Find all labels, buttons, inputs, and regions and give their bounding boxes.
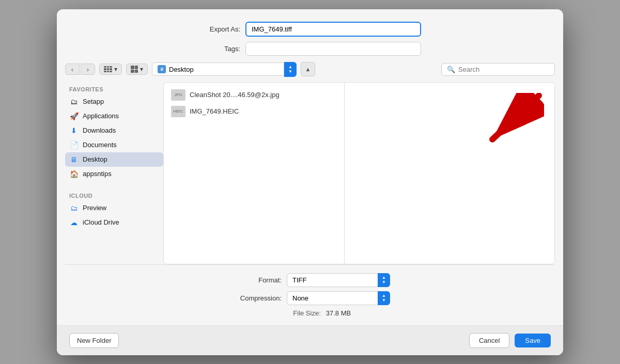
compression-label: Compression: bbox=[230, 294, 282, 302]
export-row: Export As: bbox=[69, 22, 551, 37]
bottom-options: Format: TIFF JPEG PNG PDF ▲ ▼ Compressio… bbox=[57, 265, 563, 325]
sidebar-item-desktop[interactable]: 🖥 Desktop bbox=[65, 152, 163, 167]
grid-view-icon bbox=[131, 66, 138, 73]
search-box: 🔍 bbox=[441, 63, 555, 76]
column-view-icon bbox=[104, 66, 112, 72]
file-pane: JPG CleanShot 20....46.59@2x.jpg HEIC IM… bbox=[164, 83, 345, 264]
sidebar-item-preview[interactable]: 🗂 Preview bbox=[65, 201, 163, 215]
filesize-row: File Size: 37.8 MB bbox=[269, 309, 351, 317]
red-arrow-indicator bbox=[482, 93, 544, 145]
forward-button[interactable]: › bbox=[81, 64, 95, 75]
tags-input[interactable] bbox=[245, 42, 421, 56]
cancel-button[interactable]: Cancel bbox=[469, 333, 509, 348]
icloud-label: iCloud bbox=[65, 188, 163, 201]
sidebar-item-documents[interactable]: 📄 Documents bbox=[65, 138, 163, 152]
file-name-cleanshot: CleanShot 20....46.59@2x.jpg bbox=[190, 91, 280, 99]
file-thumb-heic: HEIC bbox=[171, 106, 185, 117]
chevron-up-icon: ▲ bbox=[288, 65, 292, 69]
location-dropdown[interactable]: 🖥 Desktop bbox=[152, 62, 284, 76]
sidebar: Favorites 🗂 Setapp 🚀 Applications ⬇ Down… bbox=[65, 82, 163, 264]
filesize-value: 37.8 MB bbox=[326, 309, 351, 317]
collapse-button[interactable]: ▲ bbox=[301, 62, 315, 76]
location-label: Desktop bbox=[169, 66, 194, 73]
search-input[interactable] bbox=[458, 66, 549, 73]
toolbar: ‹ › ▾ ▾ 🖥 Desktop ▲ ▼ bbox=[57, 56, 563, 77]
sidebar-item-icloud-drive[interactable]: ☁ iCloud Drive bbox=[65, 215, 163, 230]
nav-buttons: ‹ › bbox=[65, 64, 95, 75]
preview-icon: 🗂 bbox=[69, 203, 79, 213]
compression-select-wrapper: None LZW PackBits ▲ ▼ bbox=[287, 291, 390, 305]
sidebar-item-label-setapp: Setapp bbox=[83, 98, 104, 105]
compression-select[interactable]: None LZW PackBits bbox=[287, 291, 390, 305]
sidebar-item-label-preview: Preview bbox=[83, 204, 106, 212]
sidebar-item-appsntips[interactable]: 🏠 appsntips bbox=[65, 167, 163, 181]
svg-line-1 bbox=[492, 96, 539, 139]
dialog-header: Export As: Tags: bbox=[57, 9, 563, 56]
chevron-down-icon-3: ▼ bbox=[288, 70, 292, 74]
sidebar-item-label-applications: Applications bbox=[83, 112, 119, 120]
format-select-wrapper: TIFF JPEG PNG PDF ▲ ▼ bbox=[287, 273, 390, 287]
chevron-down-icon-2: ▾ bbox=[140, 66, 143, 73]
applications-icon: 🚀 bbox=[69, 112, 79, 121]
downloads-icon: ⬇ bbox=[69, 126, 79, 135]
appsntips-icon: 🏠 bbox=[69, 169, 79, 179]
file-item-img7649[interactable]: HEIC IMG_7649.HEIC bbox=[164, 103, 344, 120]
tags-label: Tags: bbox=[199, 45, 240, 53]
filesize-label: File Size: bbox=[269, 309, 321, 317]
column-view-button[interactable]: ▾ bbox=[99, 64, 122, 75]
grid-view-button[interactable]: ▾ bbox=[126, 64, 148, 75]
desktop-folder-icon: 🖥 bbox=[69, 155, 79, 164]
sidebar-item-applications[interactable]: 🚀 Applications bbox=[65, 109, 163, 123]
documents-icon: 📄 bbox=[69, 140, 79, 150]
sidebar-item-label-appsntips: appsntips bbox=[83, 170, 112, 178]
save-dialog: Export As: Tags: ‹ › ▾ ▾ bbox=[57, 9, 563, 355]
tags-row: Tags: bbox=[69, 42, 551, 56]
chevron-down-icon: ▾ bbox=[114, 66, 117, 73]
sidebar-item-label-documents: Documents bbox=[83, 141, 117, 149]
format-row: Format: TIFF JPEG PNG PDF ▲ ▼ bbox=[230, 273, 390, 287]
sidebar-item-label-icloud-drive: iCloud Drive bbox=[83, 218, 119, 226]
search-icon: 🔍 bbox=[447, 66, 455, 73]
sidebar-item-label-desktop: Desktop bbox=[83, 155, 107, 163]
file-name-img7649: IMG_7649.HEIC bbox=[190, 107, 239, 115]
save-button[interactable]: Save bbox=[515, 334, 551, 347]
back-button[interactable]: ‹ bbox=[65, 64, 80, 75]
footer-right: Cancel Save bbox=[469, 333, 551, 348]
file-item-cleanshot[interactable]: JPG CleanShot 20....46.59@2x.jpg bbox=[164, 87, 344, 103]
file-thumb-jpg: JPG bbox=[171, 89, 185, 101]
location-bar: 🖥 Desktop ▲ ▼ bbox=[152, 62, 297, 77]
export-as-label: Export As: bbox=[199, 25, 240, 33]
format-label: Format: bbox=[230, 276, 282, 284]
sidebar-item-downloads[interactable]: ⬇ Downloads bbox=[65, 123, 163, 138]
sidebar-item-label-downloads: Downloads bbox=[83, 126, 116, 134]
file-preview-pane bbox=[345, 83, 554, 264]
file-list-area: JPG CleanShot 20....46.59@2x.jpg HEIC IM… bbox=[163, 82, 555, 264]
desktop-icon: 🖥 bbox=[158, 65, 166, 73]
favorites-label: Favorites bbox=[65, 82, 163, 94]
location-stepper-button[interactable]: ▲ ▼ bbox=[284, 62, 297, 77]
compression-row: Compression: None LZW PackBits ▲ ▼ bbox=[230, 291, 390, 305]
main-content: Favorites 🗂 Setapp 🚀 Applications ⬇ Down… bbox=[65, 82, 555, 264]
icloud-drive-icon: ☁ bbox=[69, 218, 79, 227]
new-folder-button[interactable]: New Folder bbox=[69, 333, 119, 348]
sidebar-item-setapp[interactable]: 🗂 Setapp bbox=[65, 94, 163, 109]
dialog-footer: New Folder Cancel Save bbox=[57, 325, 563, 355]
setapp-icon: 🗂 bbox=[69, 97, 79, 106]
export-filename-input[interactable] bbox=[245, 22, 421, 37]
format-select[interactable]: TIFF JPEG PNG PDF bbox=[287, 273, 390, 287]
